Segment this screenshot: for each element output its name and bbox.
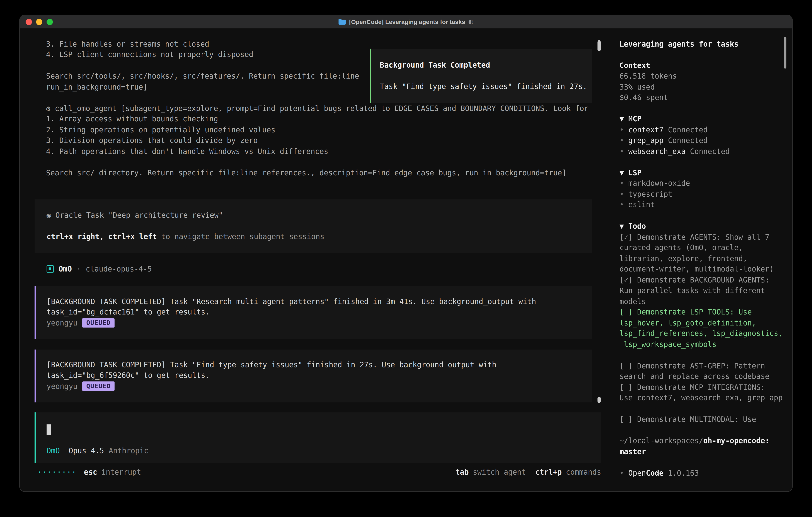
oracle-task-title: ◉ Oracle Task "Deep architecture review" [47,210,592,220]
sidebar-text-segment: websearch_exa [628,147,686,155]
sidebar-text-segment: [ ] Demonstrate AST-GREP: Pattern [619,361,765,370]
sidebar-line: Run parallel tasks with different [619,285,793,296]
sidebar-text-segment: grep_app [628,136,664,144]
ctrlp-key-hint: ctrl+p [535,467,562,478]
sidebar-text-segment: • [619,147,628,155]
sidebar-line: • eslint [619,199,793,210]
toast-title: Background Task Completed [380,60,592,71]
sidebar-text-segment: models [619,297,646,305]
titlebar: [OpenCode] Leveraging agents for tasks ◐ [20,15,792,29]
shortcut-description: to navigate between subagent sessions [157,232,324,241]
sidebar-text-segment: 66,518 tokens [619,72,677,80]
spinner-dots: ········ [37,467,77,478]
sidebar-line: lsp_hover, lsp_goto_definition, [619,318,793,328]
ctrlp-key-label: commands [566,467,601,478]
sidebar-line: master [619,446,793,457]
sidebar-line: $0.46 spent [619,92,793,103]
sidebar-line: • typescript [619,189,793,199]
agent-header: OmO · claude-opus-4-5 [47,264,152,274]
sidebar-line: curated agents (OmO, oracle, [619,243,793,253]
log-line: Search src/ directory. Return specific f… [46,167,601,178]
log-line: 2. String operations on potentially unde… [46,124,601,135]
sidebar-line: ▼ MCP [619,114,793,125]
sidebar-text-segment: lsp_find_references, lsp_diagnostics, [619,329,783,338]
shortcut-keys: ctrl+x right, ctrl+x left [47,232,157,241]
input-agent-name: OmO [47,445,60,456]
status-bar: ········ esc interrupt tab switch agent … [37,467,601,478]
status-left: ········ esc interrupt [37,467,141,478]
sidebar-text-segment: Use context7, websearch_exa, grep_app [619,393,783,402]
sidebar-line: lsp_workspace_symbols [619,339,793,350]
message-line: task_id="bg_6f59260c" to get results. [47,370,592,381]
sidebar-line: search and replace across codebase [619,371,793,382]
sidebar-text-segment: librarian, explore, frontend, [619,254,747,263]
background-task-message: [BACKGROUND TASK COMPLETED] Task "Resear… [35,286,592,339]
sidebar-line: Leveraging agents for tasks [619,38,793,49]
agent-separator: · [77,264,81,274]
sidebar-line [619,350,793,360]
sidebar-text-segment: Leveraging agents for tasks [619,39,738,48]
sidebar-scrollbar[interactable] [784,37,786,69]
sidebar-line: librarian, explore, frontend, [619,253,793,264]
sidebar-text-segment: Todo [628,222,646,230]
close-window-button[interactable] [26,19,32,25]
status-right: tab switch agent ctrl+p commands [456,467,601,478]
message-author: yeongyu [47,318,78,328]
background-task-message: [BACKGROUND TASK COMPLETED] Task "Find t… [35,350,592,402]
chat-scrollbar-thumb[interactable] [598,397,601,403]
sidebar-text-segment: MCP [628,115,642,123]
main-scrollbar-thumb[interactable] [598,40,601,51]
sidebar-text-segment: ▼ [619,222,628,230]
input-model-name: Opus 4.5 [69,445,104,456]
sidebar-text-segment: curated agents (OmO, oracle, [619,244,743,252]
sidebar-text-segment: Connected [664,136,708,144]
sidebar-text-segment: 1.0.163 [664,469,699,477]
log-line [46,157,601,167]
sidebar-line [619,157,793,167]
sidebar-text-segment: • [619,126,628,134]
queued-badge: QUEUED [82,318,115,327]
queued-badge: QUEUED [82,381,115,391]
minimize-window-button[interactable] [36,19,42,25]
sidebar-text-segment: markdown-oxide [628,179,690,188]
sidebar-text-segment: 33% used [619,83,655,91]
sidebar-line: models [619,296,793,307]
sidebar-line: • context7 Connected [619,124,793,135]
toast-body: Task "Find type safety issues" finished … [380,81,592,92]
oracle-task-panel: ◉ Oracle Task "Deep architecture review"… [35,199,592,253]
sidebar-line [619,425,793,436]
sidebar-line: [ ] Demonstrate AST-GREP: Pattern [619,360,793,371]
sidebar-text-segment: lsp_hover, lsp_goto_definition, [619,319,756,327]
prompt-input[interactable]: OmO Opus 4.5 Anthropic [35,412,601,463]
esc-key-label: interrupt [101,467,141,478]
esc-key-hint: esc [84,467,97,478]
message-meta: yeongyu QUEUED [47,381,592,392]
zoom-window-button[interactable] [47,19,53,25]
sidebar-lines: Leveraging agents for tasks Context66,51… [619,38,793,479]
sidebar-text-segment: [✓] Demonstrate BACKGROUND AGENTS: [619,276,769,284]
sidebar-text-segment: [ ] Demonstrate MULTIMODAL: Use [619,415,756,424]
sidebar-text-segment: Open [628,469,646,477]
input-model-row: OmO Opus 4.5 Anthropic [47,445,148,456]
message-line: [BACKGROUND TASK COMPLETED] Task "Find t… [47,359,592,370]
sidebar-text-segment: • [619,469,628,477]
sidebar-text-segment: typescript [628,190,672,198]
sidebar-line [619,403,793,414]
message-line: [BACKGROUND TASK COMPLETED] Task "Resear… [47,296,592,307]
message-author: yeongyu [47,381,78,392]
window-title: [OpenCode] Leveraging agents for tasks ◐ [339,19,473,25]
log-line: 4. Path operations that don't handle Win… [46,146,601,157]
sidebar-text-segment: Run parallel tasks with different [619,286,765,295]
log-line: 3. Division operations that could divide… [46,135,601,146]
sidebar-text-segment: • [619,179,628,188]
screen: [OpenCode] Leveraging agents for tasks ◐… [0,0,812,517]
sidebar-line: Use context7, websearch_exa, grep_app [619,393,793,404]
text-cursor [47,425,51,435]
sidebar-text-segment: document-writer, multimodal-looker) [619,265,774,273]
sidebar-text-segment: [ ] Demonstrate MCP INTEGRATIONS: [619,383,765,391]
sidebar-line: ~/local-workspaces/oh-my-opencode: [619,435,793,446]
sidebar-text-segment: context7 [628,126,664,134]
sidebar-line: [ ] Demonstrate MULTIMODAL: Use [619,414,793,425]
sidebar-line: • grep_app Connected [619,135,793,146]
sidebar-line: • markdown-oxide [619,178,793,189]
